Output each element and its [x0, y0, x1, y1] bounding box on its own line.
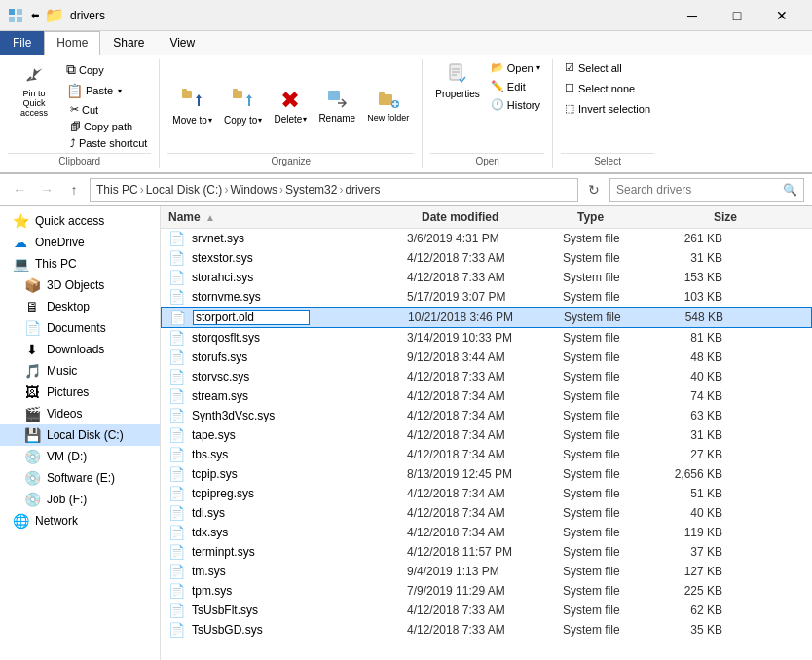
table-row[interactable]: 📄tdx.sys4/12/2018 7:34 AMSystem file119 …	[161, 523, 812, 542]
tab-share[interactable]: Share	[100, 31, 157, 55]
file-icon: 📄	[168, 231, 185, 246]
file-date-cell: 4/12/2018 7:33 AM	[407, 623, 563, 637]
refresh-button[interactable]: ↻	[582, 178, 606, 202]
copy-to-button[interactable]: Copy to ▾	[219, 82, 267, 128]
table-row[interactable]: 📄terminpt.sys4/12/2018 11:57 PMSystem fi…	[161, 542, 812, 562]
sidebar-item-videos[interactable]: 🎬 Videos	[0, 403, 160, 424]
column-size[interactable]: Size	[675, 210, 753, 224]
table-row[interactable]: 📄stexstor.sys4/12/2018 7:33 AMSystem fil…	[161, 248, 812, 268]
file-name-text: storqosflt.sys	[192, 331, 260, 345]
history-button[interactable]: 🕐 History	[487, 96, 544, 113]
rename-button[interactable]: Rename	[314, 84, 360, 127]
copy-path-button[interactable]: 🗐 Copy path	[66, 119, 151, 134]
file-icon: 📄	[168, 427, 185, 443]
table-row[interactable]: 📄TsUsbFlt.sys4/12/2018 7:33 AMSystem fil…	[161, 601, 812, 620]
sidebar-item-this-pc[interactable]: 💻 This PC	[0, 253, 160, 275]
sidebar-item-3d-objects[interactable]: 📦 3D Objects	[0, 275, 160, 296]
table-row[interactable]: 📄tdi.sys4/12/2018 7:34 AMSystem file40 K…	[161, 503, 812, 523]
invert-selection-button[interactable]: ⬚ Invert selection	[561, 100, 654, 117]
file-icon: 📄	[168, 447, 185, 462]
file-name-cell: 📄tbs.sys	[168, 447, 407, 462]
sidebar: ⭐ Quick access ☁ OneDrive 💻 This PC 📦 3D…	[0, 206, 161, 660]
table-row[interactable]: 📄storufs.sys9/12/2018 3:44 AMSystem file…	[161, 348, 812, 367]
paste-button[interactable]: 📋 Paste ▾	[62, 81, 151, 100]
table-row[interactable]: 📄stream.sys4/12/2018 7:34 AMSystem file7…	[161, 386, 812, 406]
copy-to-icon	[230, 85, 257, 115]
search-box[interactable]: 🔍	[609, 178, 804, 202]
svg-rect-4	[182, 91, 192, 98]
table-row[interactable]: 📄TsUsbGD.sys4/12/2018 7:33 AMSystem file…	[161, 620, 812, 640]
file-icon: 📄	[168, 270, 185, 285]
pin-to-quick-access-label: Pin to Quick access	[13, 90, 55, 119]
sidebar-item-pictures[interactable]: 🖼 Pictures	[0, 382, 160, 403]
close-button[interactable]: ✕	[759, 0, 804, 31]
delete-icon: ✖	[280, 87, 300, 114]
svg-rect-1	[17, 9, 22, 15]
edit-button[interactable]: ✏️ Edit	[487, 78, 544, 94]
table-row[interactable]: 📄storahci.sys4/12/2018 7:33 AMSystem fil…	[161, 268, 812, 287]
table-row[interactable]: 📄tm.sys9/4/2019 1:13 PMSystem file127 KB	[161, 562, 812, 581]
rename-input[interactable]	[193, 310, 310, 325]
tab-file[interactable]: File	[0, 31, 44, 55]
sidebar-item-desktop[interactable]: 🖥 Desktop	[0, 296, 160, 317]
ribbon-tabs: File Home Share View	[0, 31, 812, 55]
table-row[interactable]: 📄tcpip.sys8/13/2019 12:45 PMSystem file2…	[161, 464, 812, 484]
table-row[interactable]: 📄stornvme.sys5/17/2019 3:07 PMSystem fil…	[161, 287, 812, 307]
file-icon: 📄	[168, 466, 185, 482]
select-all-button[interactable]: ☑ Select all	[561, 59, 654, 76]
table-row[interactable]: 📄tbs.sys4/12/2018 7:34 AMSystem file27 K…	[161, 445, 812, 464]
table-row[interactable]: 📄storvsc.sys4/12/2018 7:33 AMSystem file…	[161, 367, 812, 386]
column-name[interactable]: Name ▲	[168, 210, 422, 224]
move-to-button[interactable]: Move to ▾	[167, 82, 217, 128]
sidebar-item-network[interactable]: 🌐 Network	[0, 510, 160, 532]
forward-button[interactable]: →	[35, 178, 58, 202]
select-none-icon: ☐	[565, 82, 574, 94]
file-date-cell: 3/6/2019 4:31 PM	[407, 232, 563, 245]
column-type[interactable]: Type	[577, 210, 675, 224]
copy-button[interactable]: ⧉ Copy	[62, 59, 151, 80]
sidebar-item-onedrive[interactable]: ☁ OneDrive	[0, 232, 160, 253]
minimize-button[interactable]: ─	[670, 0, 715, 31]
file-type-cell: System file	[563, 251, 660, 265]
search-input[interactable]	[616, 183, 779, 197]
file-name-cell: 📄tdx.sys	[168, 525, 407, 540]
file-size-cell: 35 KB	[660, 623, 738, 637]
address-path[interactable]: This PC › Local Disk (C:) › Windows › Sy…	[90, 178, 578, 202]
table-row[interactable]: 📄srvnet.sys3/6/2019 4:31 PMSystem file26…	[161, 229, 812, 248]
open-button[interactable]: 📂 Open ▾	[487, 59, 544, 76]
properties-button[interactable]: Properties	[430, 59, 485, 102]
back-button[interactable]: ←	[8, 178, 31, 202]
cut-button[interactable]: ✂ Cut	[66, 101, 151, 118]
tab-view[interactable]: View	[157, 31, 207, 55]
sidebar-item-software-e[interactable]: 💿 Software (E:)	[0, 467, 160, 489]
file-type-cell: System file	[563, 545, 660, 559]
sidebar-item-music[interactable]: 🎵 Music	[0, 360, 160, 382]
up-button[interactable]: ↑	[62, 178, 86, 202]
table-row[interactable]: 📄Synth3dVsc.sys4/12/2018 7:34 AMSystem f…	[161, 406, 812, 425]
paste-shortcut-button[interactable]: ⤴ Paste shortcut	[66, 135, 151, 151]
sidebar-item-downloads[interactable]: ⬇ Downloads	[0, 339, 160, 360]
sidebar-item-documents[interactable]: 📄 Documents	[0, 317, 160, 339]
delete-button[interactable]: ✖ Delete ▾	[269, 84, 312, 128]
column-date[interactable]: Date modified	[422, 210, 577, 224]
table-row[interactable]: 📄10/21/2018 3:46 PMSystem file548 KB	[161, 307, 812, 328]
table-row[interactable]: 📄tpm.sys7/9/2019 11:29 AMSystem file225 …	[161, 581, 812, 601]
sidebar-item-quick-access[interactable]: ⭐ Quick access	[0, 210, 160, 232]
table-row[interactable]: 📄storqosflt.sys3/14/2019 10:33 PMSystem …	[161, 328, 812, 348]
file-type-cell: System file	[563, 409, 660, 422]
sidebar-item-local-disk-c[interactable]: 💾 Local Disk (C:)	[0, 424, 160, 446]
file-name-text: storahci.sys	[192, 271, 253, 284]
table-row[interactable]: 📄tape.sys4/12/2018 7:34 AMSystem file31 …	[161, 425, 812, 445]
sidebar-item-vm-d[interactable]: 💿 VM (D:)	[0, 446, 160, 467]
maximize-button[interactable]: □	[715, 0, 759, 31]
tab-home[interactable]: Home	[44, 31, 100, 55]
pin-to-quick-access-button[interactable]: Pin to Quick access	[8, 59, 60, 122]
table-row[interactable]: 📄tcpipreg.sys4/12/2018 7:34 AMSystem fil…	[161, 484, 812, 503]
file-date-cell: 4/12/2018 7:34 AM	[407, 428, 563, 442]
paste-shortcut-icon: ⤴	[70, 137, 76, 149]
ribbon-content: Pin to Quick access ⧉ Copy 📋 Paste ▾	[0, 55, 812, 173]
select-none-button[interactable]: ☐ Select none	[561, 80, 654, 96]
new-folder-button[interactable]: New folder	[362, 85, 414, 127]
open-arrow: ▾	[536, 63, 540, 72]
sidebar-item-job-f[interactable]: 💿 Job (F:)	[0, 489, 160, 510]
